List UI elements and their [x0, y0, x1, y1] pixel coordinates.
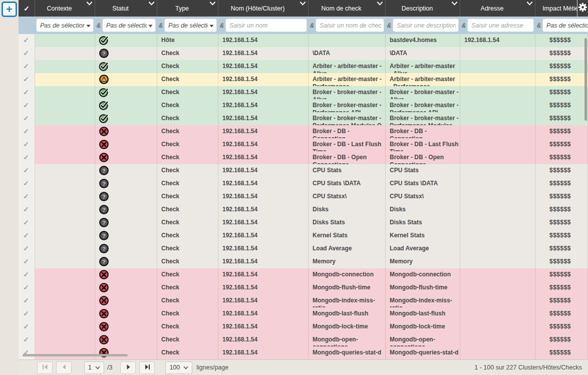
- first-page-button[interactable]: [37, 361, 53, 374]
- row-select-checkbox[interactable]: ✓: [19, 190, 35, 203]
- table-row[interactable]: ✓?Check192.168.1.54Kernel StatsKernel St…: [19, 229, 588, 242]
- table-row[interactable]: ✓?Check192.168.1.54DisksDisks$$$$$$: [19, 203, 588, 216]
- previous-page-button[interactable]: [56, 361, 72, 374]
- row-select-checkbox[interactable]: ✓: [19, 125, 35, 138]
- filter-and-separator: &: [462, 22, 466, 29]
- row-select-checkbox[interactable]: ✓: [19, 281, 35, 294]
- row-select-checkbox[interactable]: ✓: [19, 34, 35, 47]
- add-button[interactable]: +: [2, 2, 17, 17]
- column-header-contexte[interactable]: Contexte: [35, 0, 95, 17]
- address-cell: [460, 47, 535, 60]
- svg-text:?: ?: [102, 207, 106, 213]
- filter-input[interactable]: [397, 22, 456, 29]
- table-row[interactable]: ✓?Check192.168.1.54Load AverageLoad Aver…: [19, 242, 588, 255]
- rows-per-page-select[interactable]: 100: [165, 361, 192, 374]
- vertical-scrollbar-thumb[interactable]: [584, 38, 587, 121]
- column-header-type[interactable]: Type: [157, 0, 218, 17]
- row-select-checkbox[interactable]: ✓: [19, 47, 35, 60]
- filter-input[interactable]: [229, 22, 304, 29]
- filter-input-wrapper: [393, 19, 459, 32]
- row-select-checkbox[interactable]: ✓: [19, 294, 35, 307]
- context-cell: [35, 151, 95, 164]
- column-header-nom-de-check[interactable]: Nom de check: [309, 0, 386, 17]
- next-page-button[interactable]: [120, 361, 136, 374]
- last-page-button[interactable]: [139, 361, 155, 374]
- description-cell: Broker - broker-master - Performance Mod…: [386, 112, 460, 125]
- row-select-checkbox[interactable]: ✓: [19, 346, 35, 359]
- table-row[interactable]: ✓Check192.168.1.54Mongodb-queries-stat-d…: [19, 346, 588, 359]
- table-row[interactable]: ✓Check192.168.1.54Mongodb-lock-timeMongo…: [19, 320, 588, 333]
- column-header-label: Type: [157, 5, 207, 12]
- host-name-cell: 192.168.1.54: [218, 255, 309, 268]
- row-select-checkbox[interactable]: ✓: [19, 255, 35, 268]
- row-select-checkbox[interactable]: ✓: [19, 138, 35, 151]
- row-select-checkbox[interactable]: ✓: [19, 99, 35, 112]
- address-cell: [460, 112, 535, 125]
- table-row[interactable]: ✓Check192.168.1.54Broker - DB - Connecti…: [19, 125, 588, 138]
- row-select-checkbox[interactable]: ✓: [19, 112, 35, 125]
- filter-select[interactable]: Pas de sélection: [36, 19, 94, 32]
- table-row[interactable]: ✓Check192.168.1.54Broker - DB - Last Flu…: [19, 138, 588, 151]
- description-cell: Mongodb-index-miss-ratio: [386, 294, 460, 307]
- row-select-checkbox[interactable]: ✓: [19, 203, 35, 216]
- filter-input[interactable]: [320, 22, 381, 29]
- table-row[interactable]: ✓?Check192.168.1.54Disks StatsDisks Stat…: [19, 216, 588, 229]
- page-number-select[interactable]: 1: [84, 361, 104, 374]
- table-row[interactable]: ✓Hôte192.168.1.54bastdev4.homes192.168.1…: [19, 34, 588, 47]
- table-row[interactable]: ✓?Check192.168.1.54\DATA\DATA$$$$$$: [19, 47, 588, 60]
- row-select-checkbox[interactable]: ✓: [19, 73, 35, 86]
- filter-select[interactable]: Pas de sélection: [164, 19, 217, 32]
- table-row[interactable]: ✓Check192.168.1.54Arbiter - arbiter-mast…: [19, 73, 588, 86]
- horizontal-scrollbar-thumb[interactable]: [23, 354, 128, 356]
- filter-select[interactable]: Pas de sélection: [102, 19, 156, 32]
- impact-cell: $$$$$$: [535, 203, 588, 216]
- table-row[interactable]: ✓?Check192.168.1.54CPU Statsx\CPU Statsx…: [19, 190, 588, 203]
- table-row[interactable]: ✓Check192.168.1.54Mongodb-open-connectio…: [19, 333, 588, 346]
- column-header-adresse[interactable]: Adresse: [460, 0, 535, 17]
- filter-select[interactable]: Pas de sélection: [542, 19, 588, 32]
- column-header-statut[interactable]: Statut: [95, 0, 157, 17]
- row-select-checkbox[interactable]: ✓: [19, 164, 35, 177]
- row-select-checkbox[interactable]: ✓: [19, 320, 35, 333]
- type-cell: Check: [157, 268, 218, 281]
- table-row[interactable]: ✓Check192.168.1.54Broker - broker-master…: [19, 99, 588, 112]
- row-select-checkbox[interactable]: ✓: [19, 151, 35, 164]
- column-settings-gear-button[interactable]: [577, 0, 588, 17]
- chevron-down-icon: [146, 0, 157, 6]
- check-name-cell: Mongodb-queries-stat-d: [309, 346, 386, 359]
- context-cell: [35, 86, 95, 99]
- table-row[interactable]: ✓Check192.168.1.54Arbiter - arbiter-mast…: [19, 60, 588, 73]
- address-cell: [460, 346, 535, 359]
- filter-input[interactable]: [471, 22, 531, 29]
- row-select-checkbox[interactable]: ✓: [19, 242, 35, 255]
- row-select-checkbox[interactable]: ✓: [19, 60, 35, 73]
- description-cell: Broker - DB - Connection: [386, 125, 460, 138]
- status-cell: [95, 346, 157, 359]
- check-name-cell: CPU Statsx\: [309, 190, 386, 203]
- row-select-checkbox[interactable]: ✓: [19, 268, 35, 281]
- select-all-checkbox[interactable]: ✓: [19, 0, 35, 17]
- impact-cell: $$$$$$: [535, 60, 588, 73]
- table-row[interactable]: ✓Check192.168.1.54Mongodb-connectionMong…: [19, 268, 588, 281]
- type-cell: Check: [157, 294, 218, 307]
- row-select-checkbox[interactable]: ✓: [19, 86, 35, 99]
- check-name-cell: Load Average: [309, 242, 386, 255]
- table-row[interactable]: ✓?Check192.168.1.54CPU Stats \DATACPU St…: [19, 177, 588, 190]
- table-row[interactable]: ✓Check192.168.1.54Broker - broker-master…: [19, 86, 588, 99]
- row-select-checkbox[interactable]: ✓: [19, 229, 35, 242]
- row-select-checkbox[interactable]: ✓: [19, 333, 35, 346]
- table-row[interactable]: ✓Check192.168.1.54Mongodb-flush-timeMong…: [19, 281, 588, 294]
- status-critical-icon: [99, 269, 109, 280]
- table-row[interactable]: ✓Check192.168.1.54Mongodb-index-miss-rat…: [19, 294, 588, 307]
- status-cell: [95, 112, 157, 125]
- table-row[interactable]: ✓?Check192.168.1.54CPU StatsCPU Stats$$$…: [19, 164, 588, 177]
- table-row[interactable]: ✓?Check192.168.1.54MemoryMemory$$$$$$: [19, 255, 588, 268]
- row-select-checkbox[interactable]: ✓: [19, 177, 35, 190]
- table-row[interactable]: ✓Check192.168.1.54Mongodb-last-flushMong…: [19, 307, 588, 320]
- column-header-nom-h-te-cluster[interactable]: Nom (Hôte/Cluster): [218, 0, 309, 17]
- table-row[interactable]: ✓Check192.168.1.54Broker - DB - Open Con…: [19, 151, 588, 164]
- row-select-checkbox[interactable]: ✓: [19, 216, 35, 229]
- row-select-checkbox[interactable]: ✓: [19, 307, 35, 320]
- column-header-description[interactable]: Description: [386, 0, 460, 17]
- table-row[interactable]: ✓Check192.168.1.54Broker - broker-master…: [19, 112, 588, 125]
